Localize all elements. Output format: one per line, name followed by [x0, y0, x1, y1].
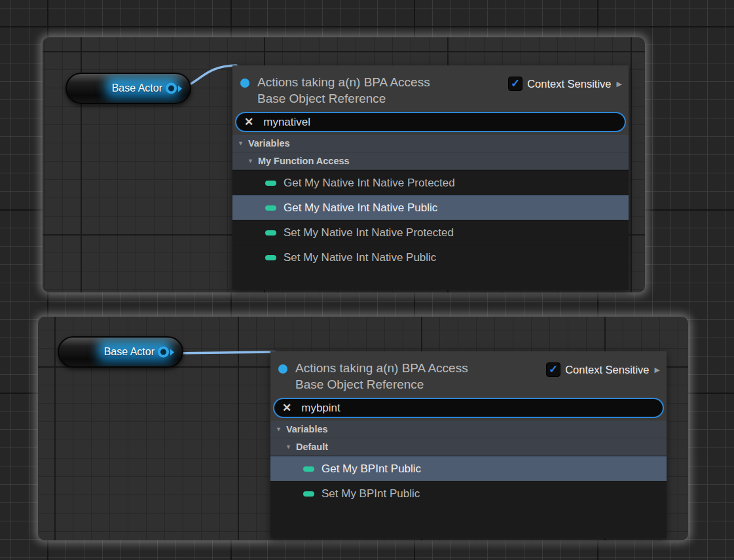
- list-item[interactable]: Set My BPInt Public: [270, 481, 667, 506]
- variable-pill-icon: [265, 255, 276, 260]
- search-input[interactable]: ✕ mybpint: [273, 398, 664, 418]
- pin-wedge-icon: [170, 349, 174, 355]
- graph-panel-bottom: Base Actor Actions taking a(n) BPA Acces…: [38, 317, 688, 540]
- category-row-variables[interactable]: ▼ Variables: [270, 421, 667, 438]
- variable-pill-icon: [303, 491, 314, 497]
- object-output-pin[interactable]: [166, 83, 182, 94]
- submenu-arrow-icon[interactable]: ▶: [655, 366, 660, 374]
- menu-title: Actions taking a(n) BPA Access Base Obje…: [257, 74, 508, 107]
- search-value: mybpint: [301, 402, 340, 415]
- menu-title-line1: Actions taking a(n) BPA Access: [257, 75, 430, 89]
- menu-title-line2: Base Object Reference: [295, 377, 424, 391]
- item-label: Set My BPInt Public: [321, 487, 420, 500]
- item-label: Get My Native Int Native Public: [284, 201, 437, 215]
- category-row-my-function-access[interactable]: ▼ My Function Access: [232, 152, 629, 170]
- subcategory-label: Default: [296, 442, 328, 452]
- context-sensitive-label: Context Sensitive: [527, 78, 611, 90]
- object-pin-icon: [240, 79, 249, 88]
- context-sensitive-label: Context Sensitive: [565, 364, 649, 376]
- category-label: Variables: [248, 138, 290, 149]
- list-item-selected[interactable]: Get My Native Int Native Public: [232, 195, 629, 220]
- submenu-arrow-icon[interactable]: ▶: [617, 80, 622, 88]
- context-sensitive-toggle[interactable]: ✓ Context Sensitive ▶: [546, 362, 660, 377]
- context-sensitive-toggle[interactable]: ✓ Context Sensitive ▶: [508, 77, 622, 91]
- object-output-pin[interactable]: [158, 347, 174, 358]
- menu-title-line1: Actions taking a(n) BPA Access: [295, 361, 468, 375]
- collapse-triangle-icon: ▼: [285, 444, 291, 450]
- list-item[interactable]: Set My Native Int Native Public: [232, 245, 629, 270]
- checkbox-icon[interactable]: ✓: [508, 77, 523, 91]
- list-item-selected[interactable]: Get My BPInt Public: [270, 456, 667, 481]
- menu-header: Actions taking a(n) BPA Access Base Obje…: [232, 65, 629, 111]
- list-filler: [232, 270, 629, 290]
- collapse-triangle-icon: ▼: [248, 158, 253, 164]
- clear-search-icon[interactable]: ✕: [282, 402, 291, 413]
- check-icon: ✓: [511, 78, 520, 89]
- search-row: ✕ mynativel: [232, 111, 629, 135]
- blueprint-action-menu: Actions taking a(n) BPA Access Base Obje…: [270, 351, 667, 538]
- node-label: Base Actor: [104, 346, 155, 358]
- list-item[interactable]: Get My Native Int Native Protected: [232, 170, 629, 195]
- base-actor-node[interactable]: Base Actor: [65, 73, 191, 104]
- menu-header: Actions taking a(n) BPA Access Base Obje…: [270, 351, 667, 396]
- category-row-default[interactable]: ▼ Default: [270, 438, 667, 456]
- search-row: ✕ mybpint: [270, 396, 667, 421]
- list-item[interactable]: Set My Native Int Native Protected: [232, 220, 629, 245]
- search-value: mynativel: [263, 116, 310, 129]
- clear-search-icon[interactable]: ✕: [244, 116, 253, 128]
- menu-title-line2: Base Object Reference: [257, 92, 386, 105]
- category-row-variables[interactable]: ▼ Variables: [232, 135, 629, 152]
- action-list: ▼ Variables ▼ Default Get My BPInt Publi…: [270, 421, 667, 538]
- checkbox-icon[interactable]: ✓: [546, 362, 560, 377]
- blueprint-action-menu: Actions taking a(n) BPA Access Base Obje…: [232, 65, 629, 290]
- collapse-triangle-icon: ▼: [238, 140, 244, 147]
- item-label: Get My BPInt Public: [321, 463, 421, 476]
- variable-pill-icon: [303, 466, 314, 472]
- pin-wedge-icon: [178, 85, 182, 92]
- action-list: ▼ Variables ▼ My Function Access Get My …: [232, 135, 629, 290]
- variable-pill-icon: [265, 205, 276, 211]
- menu-title: Actions taking a(n) BPA Access Base Obje…: [295, 360, 546, 393]
- check-icon: ✓: [549, 364, 558, 375]
- item-label: Set My Native Int Native Protected: [284, 226, 454, 239]
- item-label: Set My Native Int Native Public: [284, 251, 436, 264]
- collapse-triangle-icon: ▼: [276, 426, 282, 432]
- variable-pill-icon: [265, 230, 276, 236]
- node-label: Base Actor: [112, 82, 162, 94]
- graph-panel-top: Base Actor Actions taking a(n) BPA Acces…: [43, 37, 645, 292]
- subcategory-label: My Function Access: [258, 156, 350, 166]
- base-actor-node[interactable]: Base Actor: [58, 336, 183, 368]
- item-label: Get My Native Int Native Protected: [284, 177, 455, 190]
- pin-ring-icon: [166, 83, 177, 94]
- category-label: Variables: [286, 424, 328, 434]
- search-input[interactable]: ✕ mynativel: [235, 112, 626, 132]
- list-filler: [270, 506, 667, 538]
- variable-pill-icon: [265, 181, 276, 186]
- pin-ring-icon: [158, 347, 169, 358]
- object-pin-icon: [278, 364, 287, 374]
